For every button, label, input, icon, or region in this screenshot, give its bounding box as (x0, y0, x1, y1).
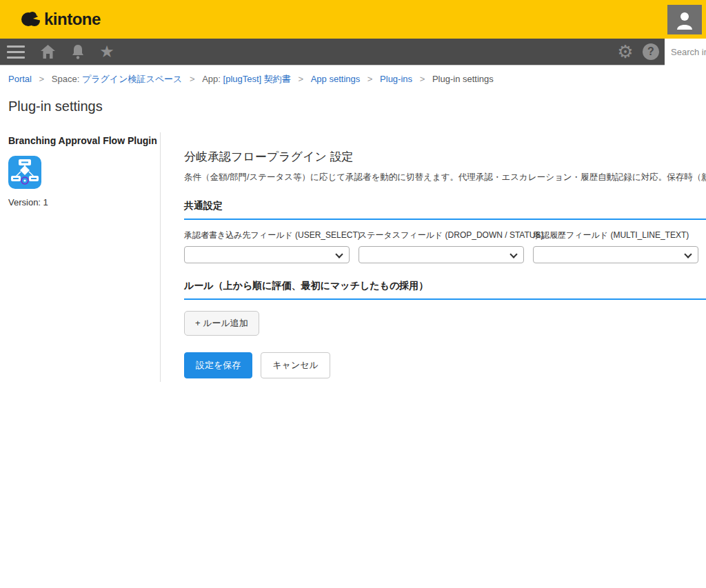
breadcrumb-separator: > (420, 74, 425, 84)
breadcrumb-space-prefix: Space: (52, 74, 79, 84)
help-icon[interactable]: ? (643, 43, 659, 60)
common-settings-heading: 共通設定 (184, 200, 706, 220)
search-input[interactable] (665, 39, 706, 65)
menu-icon[interactable] (7, 45, 25, 59)
breadcrumb: Portal > Space: プラグイン検証スペース > App: [plug… (0, 65, 706, 90)
brand-header: kintone (0, 0, 706, 39)
plugin-description: 条件（金額/部門/ステータス等）に応じて承認者を動的に切替えます。代理承認・エス… (184, 172, 706, 183)
plugin-icon (8, 156, 41, 189)
history-field-select[interactable] (533, 246, 698, 263)
user-avatar-button[interactable] (667, 5, 702, 34)
breadcrumb-link-app[interactable]: [plugTest] 契約書 (223, 74, 291, 84)
plugin-settings-panel: 分岐承認フロープラグイン 設定 条件（金額/部門/ステータス等）に応じて承認者を… (161, 132, 706, 382)
common-settings-fields: 承認者書き込み先フィールド (USER_SELECT) ステータスフィールド (… (184, 230, 706, 263)
breadcrumb-separator: > (39, 74, 45, 84)
add-rule-button[interactable]: + ルール追加 (184, 311, 259, 336)
breadcrumb-link-portal[interactable]: Portal (8, 74, 32, 84)
field-approver-target: 承認者書き込み先フィールド (USER_SELECT) (184, 230, 350, 263)
notifications-bell-icon[interactable] (70, 44, 85, 59)
history-field-label: 承認履歴フィールド (MULTI_LINE_TEXT) (533, 230, 698, 241)
plugin-sidebar: Branching Approval Flow Plugin Version: … (0, 132, 161, 382)
kintone-logo-icon (21, 10, 41, 28)
field-history: 承認履歴フィールド (MULTI_LINE_TEXT) (533, 230, 698, 263)
content-area: Branching Approval Flow Plugin Version: … (0, 132, 706, 382)
chevron-down-icon (510, 250, 517, 258)
home-icon[interactable] (40, 44, 55, 59)
breadcrumb-link-space[interactable]: プラグイン検証スペース (82, 74, 182, 84)
settings-gear-icon[interactable]: ⚙ (618, 44, 633, 59)
favorites-star-icon[interactable]: ★ (99, 44, 114, 59)
approver-field-select[interactable] (184, 246, 350, 263)
breadcrumb-link-app-settings[interactable]: App settings (311, 74, 361, 84)
cancel-button[interactable]: キャンセル (261, 352, 330, 378)
page-title: Plug-in settings (8, 99, 706, 114)
status-field-select[interactable] (359, 246, 524, 263)
chevron-down-icon (684, 250, 692, 258)
user-avatar-icon (676, 10, 694, 30)
breadcrumb-link-plugins[interactable]: Plug-ins (380, 74, 412, 84)
plugin-settings-title: 分岐承認フロープラグイン 設定 (184, 149, 706, 165)
kintone-logo-text: kintone (44, 10, 101, 29)
plugin-name: Branching Approval Flow Plugin (8, 135, 160, 146)
chevron-down-icon (335, 250, 343, 258)
status-field-label: ステータスフィールド (DROP_DOWN / STATUS) (359, 230, 524, 241)
plugin-version: Version: 1 (8, 197, 160, 207)
action-buttons: 設定を保存 キャンセル (184, 352, 706, 378)
rules-section-heading: ルール（上から順に評価、最初にマッチしたもの採用） (184, 280, 706, 300)
global-toolbar: ★ ⚙ ? (0, 39, 706, 65)
breadcrumb-separator: > (190, 74, 195, 84)
approver-field-label: 承認者書き込み先フィールド (USER_SELECT) (184, 230, 350, 241)
breadcrumb-current: Plug-in settings (432, 74, 494, 84)
breadcrumb-separator: > (367, 74, 373, 84)
field-status: ステータスフィールド (DROP_DOWN / STATUS) (359, 230, 524, 263)
breadcrumb-separator: > (298, 74, 303, 84)
save-settings-button[interactable]: 設定を保存 (184, 352, 252, 378)
breadcrumb-app-prefix: App: (202, 74, 221, 84)
branching-flowchart-icon (8, 156, 41, 189)
kintone-logo[interactable]: kintone (21, 10, 101, 29)
